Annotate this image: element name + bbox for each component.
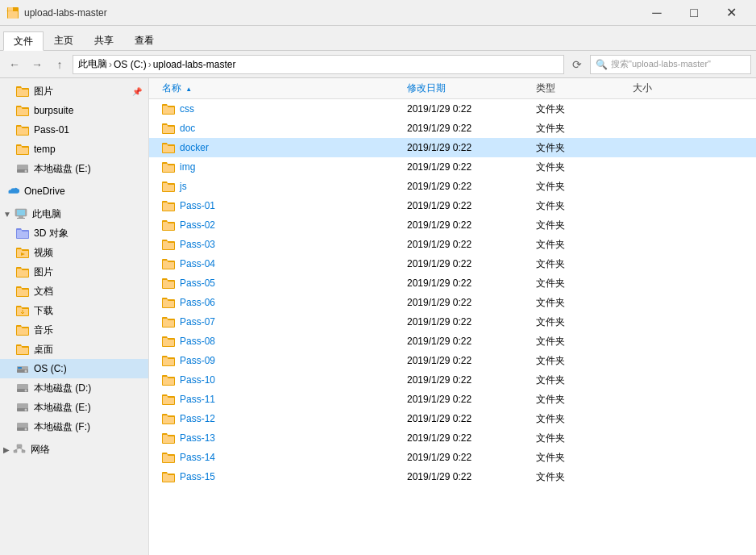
file-date: 2019/1/29 0:22 [407,142,536,153]
svg-rect-10 [17,218,25,219]
table-row[interactable]: Pass-06 2019/1/29 0:22 文件夹 [149,293,756,312]
file-rows: css 2019/1/29 0:22 文件夹 doc 2019/1/29 0:2… [149,99,756,486]
breadcrumb[interactable]: 此电脑 › OS (C:) › upload-labs-master [73,55,564,74]
table-row[interactable]: Pass-05 2019/1/29 0:22 文件夹 [149,273,756,293]
sidebar-item-desktop[interactable]: 桌面 [0,340,148,359]
file-name: css [180,103,194,115]
breadcrumb-current[interactable]: upload-labs-master [153,59,236,70]
file-name: Pass-13 [180,432,215,444]
sidebar-label-pass01: Pass-01 [34,124,69,136]
sidebar-item-videos[interactable]: 视频 [0,243,148,262]
sidebar-item-3d[interactable]: 3D 对象 [0,223,148,243]
table-row[interactable]: Pass-15 2019/1/29 0:22 文件夹 [149,467,756,486]
file-name: Pass-12 [180,413,215,424]
header-name[interactable]: 名称 ▲ [149,81,407,95]
folder-icon [162,219,175,232]
table-row[interactable]: docker 2019/1/29 0:22 文件夹 [149,138,756,157]
file-name: Pass-08 [180,336,215,347]
table-row[interactable]: js 2019/1/29 0:22 文件夹 [149,177,756,196]
sidebar-label-onedrive: OneDrive [24,186,65,197]
sidebar-label-videos: 视频 [34,246,53,260]
sidebar-item-pass01[interactable]: Pass-01 [0,120,148,140]
table-row[interactable]: Pass-12 2019/1/29 0:22 文件夹 [149,409,756,428]
breadcrumb-os-c[interactable]: OS (C:) [114,59,147,70]
refresh-button[interactable]: ⟳ [567,55,587,74]
sidebar-item-music[interactable]: 音乐 [0,320,148,340]
sidebar-label-pics-pin: 图片 [34,85,53,98]
maximize-button[interactable]: □ [675,0,712,26]
svg-point-6 [25,170,27,173]
network-icon [13,443,26,456]
forward-button[interactable]: → [27,55,47,74]
table-row[interactable]: Pass-03 2019/1/29 0:22 文件夹 [149,235,756,254]
table-row[interactable]: css 2019/1/29 0:22 文件夹 [149,99,756,119]
table-row[interactable]: Pass-13 2019/1/29 0:22 文件夹 [149,428,756,448]
file-type: 文件夹 [536,412,633,426]
tab-share[interactable]: 共享 [84,31,124,50]
sidebar-label-local-d: 本地磁盘 (D:) [34,382,91,395]
sidebar-item-documents[interactable]: 文档 [0,282,148,301]
close-button[interactable]: ✕ [712,0,750,26]
table-row[interactable]: Pass-01 2019/1/29 0:22 文件夹 [149,196,756,215]
header-date[interactable]: 修改日期 [407,81,536,95]
file-type: 文件夹 [536,141,633,155]
sidebar-label-burpsuite: burpsuite [34,105,73,116]
file-date: 2019/1/29 0:22 [407,336,536,347]
file-name: Pass-07 [180,316,215,328]
table-row[interactable]: Pass-09 2019/1/29 0:22 文件夹 [149,351,756,370]
sidebar-item-pics-pin[interactable]: 图片 📌 [0,81,148,101]
sidebar-item-pictures[interactable]: 图片 [0,262,148,282]
tab-home[interactable]: 主页 [44,31,84,50]
table-row[interactable]: Pass-07 2019/1/29 0:22 文件夹 [149,312,756,332]
folder-icon [162,161,175,173]
address-bar: ← → ↑ 此电脑 › OS (C:) › upload-labs-master… [0,51,756,78]
folder-icon [162,277,175,290]
table-row[interactable]: Pass-10 2019/1/29 0:22 文件夹 [149,370,756,390]
table-row[interactable]: Pass-14 2019/1/29 0:22 文件夹 [149,448,756,467]
sidebar-item-thispc[interactable]: ▼ 此电脑 [0,204,148,223]
file-name: Pass-06 [180,297,215,308]
file-date: 2019/1/29 0:22 [407,374,536,386]
sidebar-item-local-d[interactable]: 本地磁盘 (D:) [0,378,148,398]
file-name: js [180,181,187,192]
file-type: 文件夹 [536,277,633,290]
table-row[interactable]: Pass-02 2019/1/29 0:22 文件夹 [149,215,756,235]
pin-icon: 📌 [132,87,142,96]
sidebar-item-temp[interactable]: temp [0,140,148,159]
table-row[interactable]: img 2019/1/29 0:22 文件夹 [149,157,756,177]
table-row[interactable]: doc 2019/1/29 0:22 文件夹 [149,119,756,138]
search-placeholder: 搜索"upload-labs-master" [611,58,711,70]
drive-icon-d [16,382,29,394]
breadcrumb-pc[interactable]: 此电脑 [78,57,107,71]
folder-icon-pictures [16,265,29,278]
drive-icon-e2 [16,401,29,414]
back-button[interactable]: ← [5,55,24,74]
folder-icon [162,470,175,483]
search-box[interactable]: 🔍 搜索"upload-labs-master" [590,55,751,74]
svg-point-21 [25,409,27,411]
tab-view[interactable]: 查看 [124,31,164,50]
file-name: docker [180,142,209,153]
minimize-button[interactable]: ─ [638,0,675,26]
table-row[interactable]: Pass-08 2019/1/29 0:22 文件夹 [149,332,756,351]
sidebar-item-local-e2[interactable]: 本地磁盘 (E:) [0,398,148,417]
folder-icon [162,432,175,444]
file-date: 2019/1/29 0:22 [407,239,536,250]
main-container: 图片 📌 burpsuite Pass-01 [0,78,756,555]
expand-icon-network: ▶ [3,445,10,454]
file-date: 2019/1/29 0:22 [407,278,536,289]
table-row[interactable]: Pass-11 2019/1/29 0:22 文件夹 [149,390,756,409]
sidebar-item-onedrive[interactable]: OneDrive [0,182,148,201]
sidebar-item-local-f[interactable]: 本地磁盘 (F:) [0,417,148,436]
up-button[interactable]: ↑ [50,55,69,74]
sidebar-item-local-e[interactable]: 本地磁盘 (E:) [0,159,148,178]
sidebar-item-downloads[interactable]: 下载 [0,301,148,320]
sidebar-item-os-c[interactable]: OS (C:) [0,359,148,378]
tab-file[interactable]: 文件 [3,31,44,51]
sidebar-item-burpsuite[interactable]: burpsuite [0,101,148,120]
folder-icon [162,315,175,328]
file-type: 文件夹 [536,257,633,271]
table-row[interactable]: Pass-04 2019/1/29 0:22 文件夹 [149,254,756,273]
file-type: 文件夹 [536,161,633,174]
sidebar-item-network[interactable]: ▶ 网络 [0,440,148,459]
